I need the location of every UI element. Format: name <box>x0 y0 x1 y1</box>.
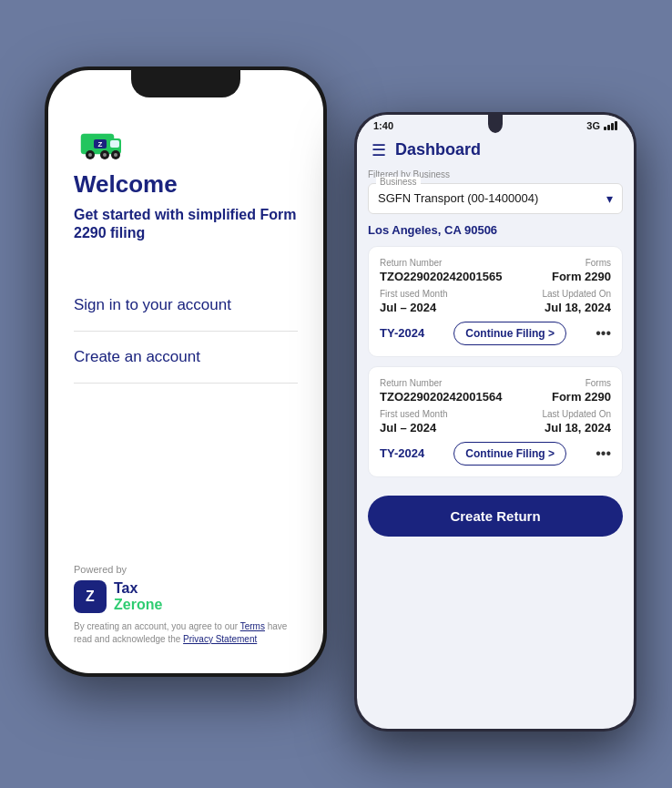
return-number-label-2: Return Number <box>380 378 442 388</box>
terms-link[interactable]: Terms <box>240 621 265 631</box>
business-select[interactable]: Business SGFN Transport (00-1400004) ▾ <box>368 183 623 214</box>
create-account-option[interactable]: Create an account <box>74 332 298 384</box>
first-used-label-1: First used Month <box>380 289 447 299</box>
phone-front: 1:40 3G ☰ Dashboard Filtered <box>354 112 636 732</box>
hamburger-icon[interactable]: ☰ <box>372 140 386 160</box>
status-time: 1:40 <box>373 120 393 131</box>
ios-notch <box>131 70 240 97</box>
business-name: SGFN Transport (00-1400004) <box>378 191 538 205</box>
dashboard-header: ☰ Dashboard <box>357 135 634 169</box>
svg-point-11 <box>114 153 117 157</box>
svg-text:Z: Z <box>98 140 103 148</box>
svg-point-7 <box>88 153 92 157</box>
app-logo: Z <box>74 116 128 170</box>
svg-point-9 <box>103 153 107 157</box>
network-label: 3G <box>586 120 600 131</box>
logo-text: Tax Zerone <box>114 580 162 612</box>
return-number-2: TZO229020242001564 <box>380 390 502 404</box>
return-number-1: TZO229020242001565 <box>380 270 502 283</box>
powered-section: Powered by Z Tax Zerone By creating an a… <box>74 546 298 646</box>
location-text: Los Angeles, CA 90506 <box>368 223 623 237</box>
return-number-label-1: Return Number <box>380 258 442 268</box>
more-options-2[interactable]: ••• <box>596 445 611 462</box>
welcome-title: Welcome <box>74 170 298 199</box>
last-updated-label-2: Last Updated On <box>542 409 611 419</box>
more-options-1[interactable]: ••• <box>596 325 611 342</box>
forms-value-1: Form 2290 <box>552 270 611 283</box>
dashboard-content: Filtered by Business Business SGFN Trans… <box>357 169 634 486</box>
logo-tax: Tax <box>114 580 137 596</box>
first-used-1: Jul – 2024 <box>380 301 436 314</box>
svg-rect-3 <box>110 140 119 148</box>
signal-icon <box>604 121 617 130</box>
continue-filing-btn-1[interactable]: Continue Filing > <box>453 322 566 345</box>
last-updated-label-1: Last Updated On <box>542 289 611 299</box>
sign-in-option[interactable]: Sign in to your account <box>74 280 298 332</box>
last-updated-1: Jul 18, 2024 <box>545 301 611 314</box>
forms-label-2: Forms <box>585 378 611 388</box>
status-right: 3G <box>586 120 617 131</box>
last-updated-2: Jul 18, 2024 <box>545 421 611 435</box>
ty-badge-2: TY-2024 <box>380 446 424 460</box>
forms-value-2: Form 2290 <box>552 390 611 404</box>
chevron-down-icon: ▾ <box>606 191 613 206</box>
ty-badge-1: TY-2024 <box>380 326 424 340</box>
create-return-button[interactable]: Create Return <box>368 496 623 537</box>
forms-label-1: Forms <box>585 258 611 268</box>
return-card-2: Return Number Forms TZO229020242001564 F… <box>368 366 623 477</box>
logo-icon: Z <box>74 580 107 613</box>
logo-zerone: Zerone <box>114 597 162 612</box>
taxzerone-logo: Z Tax Zerone <box>74 580 298 613</box>
business-field-label: Business <box>376 177 421 187</box>
dashboard-title: Dashboard <box>395 140 481 159</box>
welcome-subtitle: Get started with simplified Form 2290 fi… <box>74 206 298 244</box>
first-used-label-2: First used Month <box>380 409 447 419</box>
terms-text: By creating an account, you agree to our… <box>74 620 298 646</box>
privacy-link[interactable]: Privacy Statement <box>183 634 257 644</box>
powered-by-label: Powered by <box>74 564 298 575</box>
phone-back: Z Welcome Get started with simplified Fo… <box>45 67 327 677</box>
continue-filing-btn-2[interactable]: Continue Filing > <box>453 442 566 466</box>
return-card-1: Return Number Forms TZO229020242001565 F… <box>368 246 623 357</box>
first-used-2: Jul – 2024 <box>380 421 436 435</box>
android-notch <box>488 115 503 133</box>
